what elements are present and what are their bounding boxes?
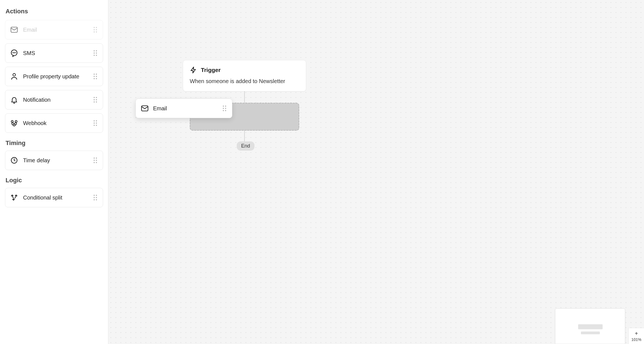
svg-point-47	[96, 197, 97, 198]
minimap-block	[578, 324, 603, 329]
drag-handle-icon[interactable]	[93, 50, 98, 56]
section-title-logic: Logic	[6, 177, 103, 184]
block-time-delay[interactable]: Time delay	[5, 151, 103, 170]
trigger-title: Trigger	[201, 67, 221, 73]
svg-point-17	[96, 74, 97, 75]
svg-point-31	[94, 120, 95, 121]
svg-point-38	[94, 158, 95, 159]
drag-handle-icon[interactable]	[222, 105, 227, 112]
mail-icon	[141, 104, 149, 112]
trigger-description: When someone is added to Newsletter	[190, 78, 299, 84]
block-label: SMS	[23, 50, 35, 56]
block-email[interactable]: Email	[5, 20, 103, 39]
svg-point-19	[96, 76, 97, 77]
svg-point-5	[94, 31, 95, 33]
block-notification[interactable]: Notification	[5, 90, 103, 109]
svg-point-21	[96, 78, 97, 79]
block-label: Webhook	[23, 120, 46, 126]
svg-point-32	[96, 120, 97, 121]
block-label: Notification	[23, 97, 51, 103]
end-node[interactable]: End	[237, 141, 254, 151]
split-icon	[10, 194, 18, 201]
svg-point-41	[96, 160, 97, 161]
svg-point-51	[223, 106, 224, 107]
connector-line	[244, 131, 245, 142]
svg-point-23	[96, 97, 97, 98]
logic-list: Conditional split	[5, 188, 103, 207]
svg-point-18	[94, 76, 95, 77]
block-label: Conditional split	[23, 195, 62, 201]
svg-point-34	[96, 123, 97, 124]
sidebar: Actions Email SMS	[0, 0, 108, 344]
section-title-timing: Timing	[6, 139, 103, 147]
mail-icon	[10, 26, 18, 34]
lightning-icon	[190, 66, 197, 74]
block-conditional-split[interactable]: Conditional split	[5, 188, 103, 207]
drag-handle-icon[interactable]	[93, 157, 98, 164]
trigger-node[interactable]: Trigger When someone is added to Newslet…	[183, 60, 306, 91]
minimap[interactable]	[555, 308, 625, 344]
svg-point-1	[94, 27, 95, 28]
timing-list: Time delay	[5, 151, 103, 170]
svg-point-10	[96, 50, 97, 51]
block-sms[interactable]: SMS	[5, 43, 103, 63]
svg-point-53	[223, 108, 224, 109]
bell-icon	[10, 96, 18, 104]
block-label: Profile property update	[23, 73, 79, 80]
dragging-block-email[interactable]: Email	[136, 99, 232, 118]
block-label: Time delay	[23, 157, 50, 164]
svg-point-43	[96, 162, 97, 163]
svg-point-26	[94, 101, 95, 103]
svg-point-11	[94, 53, 95, 54]
svg-point-4	[96, 29, 97, 30]
drag-handle-icon[interactable]	[93, 26, 98, 33]
svg-point-16	[94, 74, 95, 75]
zoom-in-button[interactable]: +	[635, 331, 638, 336]
section-title-actions: Actions	[6, 8, 103, 15]
svg-point-20	[94, 78, 95, 79]
svg-point-24	[94, 99, 95, 100]
block-webhook[interactable]: Webhook	[5, 113, 103, 133]
svg-point-39	[96, 158, 97, 159]
svg-point-14	[96, 55, 97, 56]
drag-handle-icon[interactable]	[93, 73, 98, 80]
flow-canvas[interactable]: Trigger When someone is added to Newslet…	[108, 0, 644, 344]
block-profile-property-update[interactable]: Profile property update	[5, 67, 103, 86]
svg-point-12	[96, 53, 97, 54]
svg-point-42	[94, 162, 95, 163]
svg-point-46	[94, 197, 95, 198]
svg-point-54	[225, 108, 226, 109]
svg-point-35	[94, 125, 95, 126]
block-label: Email	[23, 27, 37, 33]
svg-point-6	[96, 31, 97, 33]
webhook-icon	[10, 119, 18, 127]
clock-icon	[10, 156, 18, 164]
drag-handle-icon[interactable]	[93, 194, 98, 201]
zoom-control: + 101%	[628, 328, 644, 344]
svg-point-56	[225, 110, 226, 111]
svg-point-9	[94, 50, 95, 51]
svg-point-22	[94, 97, 95, 98]
svg-point-13	[94, 55, 95, 56]
svg-point-3	[94, 29, 95, 30]
sms-icon	[10, 49, 18, 57]
drag-handle-icon[interactable]	[93, 96, 98, 103]
svg-point-25	[96, 99, 97, 100]
svg-point-48	[94, 199, 95, 200]
zoom-level: 101%	[631, 337, 641, 342]
minimap-block	[581, 331, 600, 334]
svg-point-36	[96, 125, 97, 126]
svg-point-44	[94, 195, 95, 196]
block-label: Email	[153, 105, 167, 112]
connector-line	[244, 91, 245, 103]
svg-point-55	[223, 110, 224, 111]
svg-point-33	[94, 123, 95, 124]
svg-point-2	[96, 27, 97, 28]
svg-point-49	[96, 199, 97, 200]
svg-point-45	[96, 195, 97, 196]
svg-point-27	[96, 101, 97, 103]
svg-point-40	[94, 160, 95, 161]
svg-point-52	[225, 106, 226, 107]
drag-handle-icon[interactable]	[93, 120, 98, 126]
actions-list: Email SMS	[5, 20, 103, 133]
